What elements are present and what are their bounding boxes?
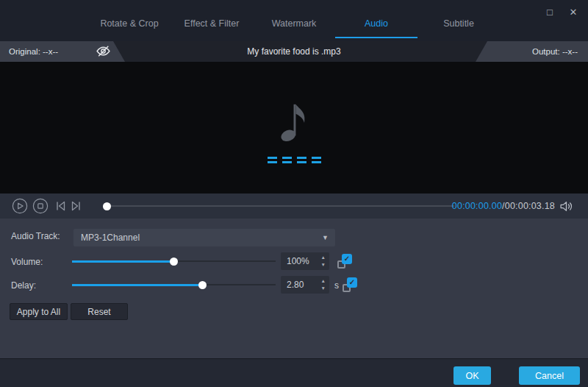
delay-label: Delay: — [11, 280, 36, 291]
delay-spin-up-icon[interactable]: ▲ — [321, 277, 326, 284]
total-time: /00:00:03.18 — [502, 201, 555, 211]
apply-to-all-button[interactable]: Apply to All — [10, 303, 68, 320]
delay-thumb[interactable] — [198, 281, 207, 289]
play-button[interactable] — [12, 198, 28, 217]
volume-thumb[interactable] — [170, 258, 178, 266]
delay-fill — [72, 284, 202, 286]
delay-apply-all-icon[interactable]: ✓ — [343, 277, 357, 292]
tab-rotate-crop[interactable]: Rotate & Crop — [88, 10, 171, 38]
footer-bar: OK Cancel — [0, 358, 588, 387]
tab-effect-filter[interactable]: Effect & Filter — [171, 10, 253, 38]
tab-watermark[interactable]: Watermark — [253, 10, 335, 38]
preview-area — [0, 62, 588, 194]
delay-slider[interactable] — [72, 280, 276, 289]
stop-button[interactable] — [32, 198, 49, 217]
previous-frame-button[interactable] — [54, 200, 67, 215]
delay-spin-down-icon[interactable]: ▼ — [321, 285, 326, 291]
output-label: Output: --x-- — [532, 47, 588, 56]
seek-track[interactable] — [107, 205, 454, 207]
tab-subtitle[interactable]: Subtitle — [417, 10, 500, 38]
volume-icon[interactable] — [559, 200, 573, 216]
volume-spin-up-icon[interactable]: ▲ — [321, 254, 326, 260]
maximize-icon[interactable]: □ — [542, 4, 557, 19]
audio-track-dropdown[interactable]: MP3-1Channel ▼ — [74, 229, 335, 246]
volume-apply-all-icon[interactable]: ✓ — [337, 254, 352, 269]
window-controls: □ ✕ — [542, 4, 581, 19]
audio-settings-window: Rotate & CropEffect & FilterWatermarkAud… — [0, 0, 588, 387]
volume-value: 100% — [287, 252, 309, 270]
volume-fill — [72, 260, 174, 263]
seek-slider[interactable] — [107, 202, 454, 210]
delay-spinner[interactable]: 2.80 ▲ ▼ — [281, 276, 329, 294]
audio-controls-panel: Audio Track: MP3-1Channel ▼ Volume: 100%… — [0, 219, 588, 358]
volume-slider[interactable] — [72, 257, 276, 266]
elapsed-time: 00:00:00.00 — [452, 201, 502, 211]
next-frame-button[interactable] — [70, 200, 82, 215]
cancel-button[interactable]: Cancel — [519, 366, 580, 385]
player-bar: 00:00:00.00 /00:00:03.18 — [0, 194, 588, 219]
audio-track-label: Audio Track: — [11, 231, 60, 241]
close-icon[interactable]: ✕ — [566, 4, 581, 19]
tabs-container: Rotate & CropEffect & FilterWatermarkAud… — [88, 10, 500, 38]
music-note-icon — [278, 100, 310, 146]
delay-value: 2.80 — [287, 276, 304, 294]
loading-indicator — [268, 157, 321, 163]
seek-thumb[interactable] — [103, 202, 111, 210]
original-label: Original: --x-- — [0, 47, 58, 56]
output-resolution-badge: Output: --x-- — [476, 41, 588, 62]
chevron-down-icon: ▼ — [322, 234, 335, 241]
tab-bar: Rotate & CropEffect & FilterWatermarkAud… — [0, 0, 588, 41]
info-bar: My favorite food is .mp3 Original: --x--… — [0, 41, 588, 62]
reset-button[interactable]: Reset — [71, 303, 128, 320]
delay-unit: s — [334, 280, 339, 291]
volume-spinner[interactable]: 100% ▲ ▼ — [281, 252, 329, 270]
volume-spin-down-icon[interactable]: ▼ — [321, 261, 326, 268]
time-display: 00:00:00.00 /00:00:03.18 — [452, 194, 555, 219]
ok-button[interactable]: OK — [453, 366, 491, 385]
eye-slash-icon — [96, 47, 111, 60]
audio-track-value: MP3-1Channel — [74, 232, 322, 243]
preview-compare-toggle[interactable] — [96, 45, 112, 58]
tab-audio[interactable]: Audio — [335, 10, 417, 38]
volume-label: Volume: — [11, 257, 43, 267]
